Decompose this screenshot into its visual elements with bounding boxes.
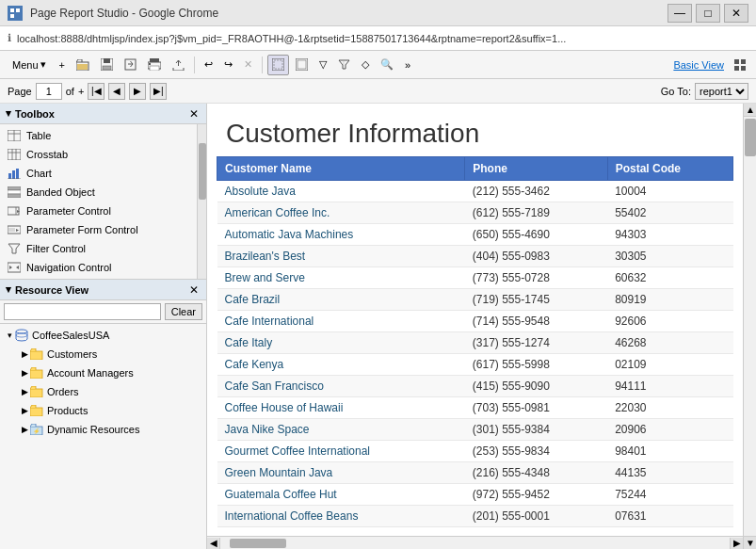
cell-phone: (212) 555-3462 bbox=[465, 181, 607, 202]
svg-rect-49 bbox=[30, 370, 42, 379]
page-number-input[interactable] bbox=[36, 83, 62, 100]
undo-button[interactable]: ↩ bbox=[200, 55, 217, 75]
tree-item-account-managers[interactable]: ▶ Account Managers bbox=[15, 363, 206, 382]
svg-rect-18 bbox=[734, 59, 739, 64]
cell-name[interactable]: Cafe Brazil bbox=[217, 289, 465, 311]
chart-icon bbox=[8, 167, 21, 180]
diamond-button[interactable]: ◇ bbox=[357, 55, 374, 75]
toolbox-item-banded[interactable]: Banded Object bbox=[0, 183, 197, 202]
cut-button[interactable]: ✕ bbox=[239, 55, 257, 75]
svg-rect-16 bbox=[298, 60, 306, 69]
cell-name[interactable]: Cafe International bbox=[217, 311, 465, 332]
resource-search-input[interactable] bbox=[4, 303, 161, 320]
print-button[interactable] bbox=[143, 55, 166, 75]
cell-postal: 94111 bbox=[607, 376, 732, 397]
tree-item-products[interactable]: ▶ Products bbox=[15, 401, 206, 420]
last-page-button[interactable]: ▶| bbox=[150, 83, 167, 100]
resource-clear-button[interactable]: Clear bbox=[165, 303, 202, 320]
toolbox-item-crosstab[interactable]: Crosstab bbox=[0, 145, 197, 164]
cell-name[interactable]: Gourmet Coffee International bbox=[217, 441, 465, 462]
content-area: Customer Information Customer Name Phone… bbox=[207, 104, 743, 536]
toolbox-item-chart[interactable]: Chart bbox=[0, 164, 197, 183]
next-page-button[interactable]: ▶ bbox=[129, 83, 146, 100]
view-toggle-button[interactable] bbox=[730, 55, 750, 75]
scroll-down-button[interactable]: ▼ bbox=[744, 536, 756, 549]
first-page-button[interactable]: |◀ bbox=[88, 83, 105, 100]
goto-select[interactable]: report1 bbox=[695, 83, 748, 100]
svg-rect-30 bbox=[12, 170, 15, 179]
cell-postal: 94303 bbox=[607, 224, 732, 246]
redo-button[interactable]: ↪ bbox=[219, 55, 237, 75]
scrollbar-thumb bbox=[745, 119, 756, 156]
toolbox-item-table[interactable]: Table bbox=[0, 126, 197, 145]
cell-postal: 55402 bbox=[607, 202, 732, 224]
menu-button[interactable]: Menu ▾ bbox=[6, 55, 53, 75]
customers-toggle: ▶ bbox=[19, 348, 30, 360]
scroll-up-button[interactable]: ▲ bbox=[744, 104, 756, 117]
minimize-button[interactable]: — bbox=[668, 4, 692, 23]
tree-item-orders[interactable]: ▶ Orders bbox=[15, 382, 206, 401]
goto-label: Go To: bbox=[661, 86, 691, 97]
vertical-scrollbar[interactable]: ▲ ▼ bbox=[743, 104, 756, 549]
draw-tool[interactable] bbox=[291, 55, 313, 75]
maximize-button[interactable]: □ bbox=[696, 4, 720, 23]
horizontal-scrollbar-track bbox=[220, 539, 730, 548]
select-tool[interactable] bbox=[267, 55, 289, 75]
cell-name[interactable]: Cafe San Francisco bbox=[217, 376, 465, 397]
svg-marker-45 bbox=[16, 266, 19, 269]
toolbox-header[interactable]: ▾ Toolbox ✕ bbox=[0, 104, 206, 124]
cell-name[interactable]: Brew and Serve bbox=[217, 267, 465, 289]
cell-name[interactable]: Green Mountain Java bbox=[217, 462, 465, 484]
toolbox-item-nav[interactable]: Navigation Control bbox=[0, 258, 197, 277]
toolbox-scrollbar[interactable] bbox=[197, 124, 206, 279]
cell-name[interactable]: Brazilean's Best bbox=[217, 246, 465, 267]
cell-name[interactable]: Cafe Kenya bbox=[217, 354, 465, 376]
orders-toggle: ▶ bbox=[19, 386, 30, 397]
cell-phone: (773) 555-0728 bbox=[465, 267, 607, 289]
cell-phone: (253) 555-9834 bbox=[465, 441, 607, 462]
close-button[interactable]: ✕ bbox=[724, 4, 748, 23]
tree-item-dynamic-resources[interactable]: ▶ ⚡ Dynamic Resources bbox=[15, 420, 206, 439]
cell-phone: (714) 555-9548 bbox=[465, 311, 607, 332]
search-button[interactable]: 🔍 bbox=[376, 55, 398, 75]
col-header-name: Customer Name bbox=[217, 157, 465, 181]
toolbox-item-paramform[interactable]: Parameter Form Control bbox=[0, 220, 197, 239]
cell-name[interactable]: American Coffee Inc. bbox=[217, 202, 465, 224]
resource-view-title: Resource View bbox=[15, 284, 88, 296]
bottom-scrollbar[interactable]: ◀ ▶ bbox=[207, 536, 743, 549]
tree-root-item[interactable]: ▾ CoffeeSalesUSA bbox=[0, 326, 206, 345]
toolbox-close-button[interactable]: ✕ bbox=[187, 107, 201, 121]
new-button[interactable]: + bbox=[55, 55, 70, 75]
svg-rect-39 bbox=[8, 226, 21, 234]
tree-item-customers[interactable]: ▶ Customers bbox=[15, 345, 206, 363]
more-button[interactable]: » bbox=[400, 55, 415, 75]
export-button[interactable] bbox=[120, 55, 141, 75]
upload-button[interactable] bbox=[168, 55, 189, 75]
cell-postal: 80919 bbox=[607, 289, 732, 311]
filter-button[interactable]: ▽ bbox=[314, 55, 331, 75]
toolbox-item-param[interactable]: Parameter Control bbox=[0, 202, 197, 220]
cell-name[interactable]: Guatemala Coffee Hut bbox=[217, 484, 465, 506]
cell-phone: (617) 555-5998 bbox=[465, 354, 607, 376]
filter2-button[interactable] bbox=[333, 55, 355, 75]
toolbox-item-filter[interactable]: Filter Control bbox=[0, 239, 197, 258]
resource-view-close-button[interactable]: ✕ bbox=[187, 283, 201, 297]
svg-rect-33 bbox=[8, 186, 21, 190]
cell-name[interactable]: Java Nike Space bbox=[217, 419, 465, 441]
scroll-left-button[interactable]: ◀ bbox=[207, 538, 220, 549]
cell-postal: 22030 bbox=[607, 397, 732, 419]
cell-name[interactable]: Automatic Java Machines bbox=[217, 224, 465, 246]
col-header-phone: Phone bbox=[465, 157, 607, 181]
prev-page-button[interactable]: ◀ bbox=[108, 83, 125, 100]
cell-name[interactable]: Absolute Java bbox=[217, 181, 465, 202]
cell-name[interactable]: Cafe Italy bbox=[217, 332, 465, 354]
cell-name[interactable]: International Coffee Beans bbox=[217, 506, 465, 527]
main-layout: ▾ Toolbox ✕ Table Cros bbox=[0, 104, 756, 549]
open-button[interactable] bbox=[72, 55, 94, 75]
scroll-right-button[interactable]: ▶ bbox=[730, 538, 743, 549]
resource-view-header[interactable]: ▾ Resource View ✕ bbox=[0, 280, 206, 300]
svg-rect-2 bbox=[16, 8, 20, 12]
basic-view-link[interactable]: Basic View bbox=[669, 59, 728, 71]
save-button[interactable] bbox=[96, 55, 118, 75]
cell-name[interactable]: Coffee House of Hawaii bbox=[217, 397, 465, 419]
